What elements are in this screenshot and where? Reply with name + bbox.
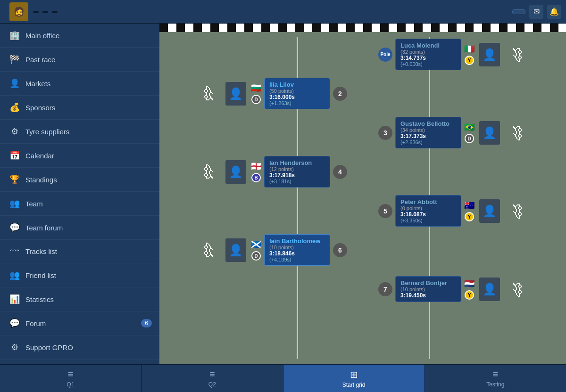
grid-scroll[interactable]: Pole Luca Molendi (32 points) 3:14.737s … <box>159 32 566 364</box>
sidebar-item-standings[interactable]: 🏆 Standings <box>0 168 159 192</box>
testing-tab-label: Testing <box>486 381 504 388</box>
user-info <box>33 11 58 13</box>
driver-card-1: Ilia Lilov (50 points) 3:16.000s (+1.263… <box>264 78 330 109</box>
sidebar-item-friend-list[interactable]: 👥 Friend list <box>0 263 159 287</box>
sidebar-item-tyre-suppliers[interactable]: ⚙ Tyre suppliers <box>0 120 159 144</box>
flag-tyre-6: 🇳🇱 Y <box>464 278 474 300</box>
sidebar-item-calendar[interactable]: 📅 Calendar <box>0 144 159 168</box>
grid-row: 7 Bernard Bontjer (10 points) 3:19.450s … <box>169 271 557 307</box>
q2-tab-label: Q2 <box>208 381 216 388</box>
content-area: Pole Luca Molendi (32 points) 3:14.737s … <box>159 24 566 364</box>
avatar-2: 👤 <box>479 121 500 145</box>
driver-card-2: Gustavo Bellotto (34 points) 3:17.373s (… <box>395 117 461 148</box>
flag-tyre-1: 🇧🇬 D <box>251 83 261 104</box>
driver-time-2: 3:17.373s <box>400 133 456 139</box>
support-icon: ⚙ <box>9 342 20 352</box>
sidebar-label-team-forum: Team forum <box>25 224 63 232</box>
sidebar-item-team[interactable]: 👥 Team <box>0 192 159 216</box>
driver-diff-4: (+3.350s) <box>400 218 456 223</box>
car-right-2: 🏎 <box>499 121 534 145</box>
sidebar-item-team-forum[interactable]: 💬 Team forum <box>0 216 159 240</box>
driver-card-0: Luca Molendi (32 points) 3:14.737s (+0.0… <box>395 39 461 70</box>
sidebar-item-statistics[interactable]: 📊 Statistics <box>0 287 159 311</box>
avatar-0: 👤 <box>479 43 500 66</box>
tab-start-grid[interactable]: ⊞ Start grid <box>283 365 425 392</box>
car-left-1: 🏎 <box>191 82 227 106</box>
credits <box>33 11 39 13</box>
user-stats <box>33 11 58 13</box>
sidebar-item-forum[interactable]: 💬 Forum 6 <box>0 311 159 335</box>
flag-tyre-4: 🇦🇺 Y <box>464 200 474 221</box>
grid-row: 🏎 👤 🏴󠁧󠁢󠁳󠁣󠁴󠁿 D Iain Bartholomew (10 point… <box>169 232 557 268</box>
sidebar-label-calendar: Calendar <box>25 152 54 160</box>
driver-points-0: (32 points) <box>400 49 456 55</box>
sidebar-item-tracks-list[interactable]: 〰 Tracks list <box>0 240 159 263</box>
driver-diff-5: (+4.109s) <box>269 257 325 262</box>
tab-testing[interactable]: ≡ Testing <box>425 365 566 392</box>
sidebar-label-main-office: Main office <box>25 32 59 40</box>
sidebar-label-markets: Markets <box>25 80 50 88</box>
sidebar-item-support[interactable]: ⚙ Support GPRO <box>0 335 159 359</box>
driver-time-4: 3:18.087s <box>400 211 456 218</box>
start-grid-tab-icon: ⊞ <box>350 369 358 380</box>
sidebar-item-markets[interactable]: 👤 Markets <box>0 72 159 96</box>
q1-tab-label: Q1 <box>67 381 75 388</box>
driver-diff-1: (+1.263s) <box>269 100 325 106</box>
bell-button[interactable]: 🔔 <box>547 5 561 19</box>
sidebar-item-sponsors[interactable]: 💰 Sponsors <box>0 96 159 120</box>
car-right-4: 🏎 <box>499 199 534 223</box>
sidebar-item-past-race[interactable]: 🏁 Past race <box>0 48 159 72</box>
driver-time-3: 3:17.918s <box>269 172 325 179</box>
tab-q2[interactable]: ≡ Q2 <box>142 365 283 392</box>
tracks-list-icon: 〰 <box>9 246 20 256</box>
car-right-0: 🏎 <box>499 43 534 66</box>
driver-points-1: (50 points) <box>269 88 325 94</box>
position-5: 6 <box>333 243 347 257</box>
driver-name-4: Peter Abbott <box>400 198 456 205</box>
driver-card-6: Bernard Bontjer (10 points) 3:19.450s <box>395 276 461 302</box>
main-layout: 🏢 Main office 🏁 Past race 👤 Markets 💰 Sp… <box>0 24 566 364</box>
grid-row: Pole Luca Molendi (32 points) 3:14.737s … <box>169 37 557 72</box>
avatar-6: 👤 <box>479 278 500 301</box>
sidebar-label-support: Support GPRO <box>25 343 73 351</box>
driver-diff-3: (+3.181s) <box>269 179 325 184</box>
standings-icon: 🏆 <box>9 174 20 185</box>
avatar-3: 👤 <box>225 160 246 184</box>
flag-tyre-3: 🏴󠁧󠁢󠁥󠁮󠁧󠁿 B <box>251 161 261 182</box>
q2-tab-icon: ≡ <box>209 369 215 380</box>
sidebar-label-standings: Standings <box>25 176 57 184</box>
car-left-3: 🏎 <box>191 160 227 184</box>
testing-tab-icon: ≡ <box>493 369 499 380</box>
car-right-6: 🏎 <box>499 278 534 301</box>
sidebar-label-past-race: Past race <box>25 56 55 64</box>
checkered-bar <box>159 24 566 32</box>
driver-diff-0: (+0.000s) <box>400 61 456 67</box>
driver-card-3: Ian Henderson (12 points) 3:17.918s (+3.… <box>264 156 330 188</box>
sidebar-label-statistics: Statistics <box>25 295 54 303</box>
badge-forum: 6 <box>141 319 152 327</box>
q1-tab-icon: ≡ <box>68 369 74 380</box>
friend-list-icon: 👥 <box>9 270 20 280</box>
driver-diff-2: (+2.636s) <box>400 139 456 145</box>
mail-button[interactable]: ✉ <box>529 5 543 19</box>
position-4: 5 <box>378 204 392 218</box>
driver-name-6: Bernard Bontjer <box>400 279 456 286</box>
forum-icon: 💬 <box>9 318 20 328</box>
start-grid-tab-label: Start grid <box>342 382 366 388</box>
driver-time-5: 3:18.846s <box>269 250 325 257</box>
sidebar-item-news[interactable]: 📰 News <box>0 359 159 364</box>
sidebar-item-main-office[interactable]: 🏢 Main office <box>0 24 159 48</box>
money <box>52 11 58 13</box>
sidebar-label-tyre-suppliers: Tyre suppliers <box>25 128 69 136</box>
tab-q1[interactable]: ≡ Q1 <box>0 365 142 392</box>
sidebar-label-friend-list: Friend list <box>25 271 56 279</box>
master-dropdown[interactable] <box>512 9 525 14</box>
rank <box>42 11 48 13</box>
sponsors-icon: 💰 <box>9 102 20 113</box>
main-office-icon: 🏢 <box>9 30 20 41</box>
driver-card-4: Peter Abbott (0 points) 3:18.087s (+3.35… <box>395 195 461 227</box>
team-icon: 👥 <box>9 198 20 209</box>
sidebar: 🏢 Main office 🏁 Past race 👤 Markets 💰 Sp… <box>0 24 159 364</box>
driver-name-5: Iain Bartholomew <box>269 237 325 245</box>
position-3: 4 <box>333 165 347 179</box>
